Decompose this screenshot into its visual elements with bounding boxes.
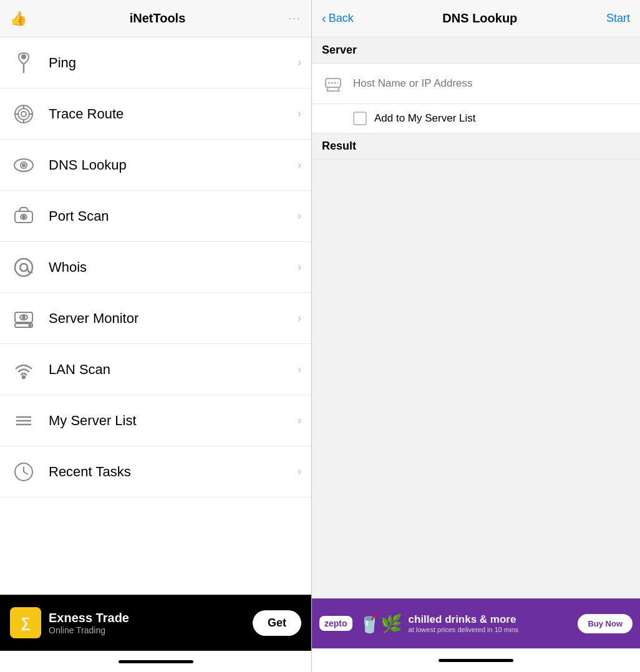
svg-point-16 [20,264,27,271]
add-server-checkbox[interactable] [353,112,367,125]
chevron-icon-server: › [298,312,301,325]
right-header: ‹ Back DNS Lookup Start [312,0,640,37]
menu-label-trace-route: Trace Route [49,106,298,122]
menu-label-ping: Ping [49,55,298,71]
host-name-input[interactable] [353,77,630,90]
left-header: 👍 iNetTools ··· [0,0,311,37]
server-label: Server [322,44,357,56]
eye-icon [10,151,37,179]
right-home-indicator [312,648,640,672]
ad-get-button[interactable]: Get [253,610,301,636]
svg-point-11 [22,164,25,166]
back-label: Back [329,12,354,25]
back-chevron-icon: ‹ [322,11,326,26]
menu-item-whois[interactable]: Whois › [0,242,311,293]
right-panel: ‹ Back DNS Lookup Start Server Add to My… [312,0,640,672]
thumb-icon: 👍 [10,11,27,27]
at-icon [10,254,37,281]
buy-now-button[interactable]: Buy Now [578,614,633,633]
target-icon [10,100,37,128]
chevron-icon-trace: › [298,107,301,120]
menu-item-lan-scan[interactable]: LAN Scan › [0,344,311,395]
menu-label-recent-tasks: Recent Tasks [49,464,298,480]
ad-logo: ∑ [10,607,41,638]
chevron-icon-whois: › [298,261,301,274]
svg-point-20 [22,316,25,319]
menu-label-whois: Whois [49,259,298,276]
clock-icon [10,458,37,486]
chevron-icon-dns: › [298,158,301,171]
menu-item-my-server-list[interactable]: My Server List › [0,395,311,446]
server-section-header: Server [312,37,640,64]
menu-item-server-monitor[interactable]: Server Monitor › [0,293,311,344]
result-content [312,160,640,598]
chevron-icon-ping: › [298,56,301,69]
svg-point-21 [29,324,31,326]
lines-icon [10,407,37,434]
ad-subtitle: Online Trading [49,625,245,635]
left-panel: 👍 iNetTools ··· Ping › [0,0,312,672]
chevron-icon-port: › [298,209,301,223]
chevron-icon-server-list: › [298,414,301,427]
result-section: Result [312,133,640,598]
drink-emoji-icon: 🥤🌿 [359,613,402,634]
add-to-server-list-row[interactable]: Add to My Server List [312,104,640,133]
svg-point-22 [22,376,25,378]
more-icon[interactable]: ··· [288,12,301,25]
menu-item-dns-lookup[interactable]: DNS Lookup › [0,140,311,191]
server-monitor-icon [10,305,37,332]
svg-point-4 [21,112,26,117]
menu-label-lan-scan: LAN Scan [49,362,298,378]
svg-point-1 [22,55,26,59]
wifi-icon [10,356,37,383]
menu-item-port-scan[interactable]: Port Scan › [0,191,311,242]
menu-label-port-scan: Port Scan [49,208,298,224]
left-ad-banner: ∑ Exness Trade Online Trading Get [0,595,311,651]
result-label: Result [322,140,356,152]
ad-title: Exness Trade [49,611,245,625]
svg-line-28 [24,472,28,474]
chevron-icon-recent: › [298,465,301,478]
svg-point-14 [22,216,25,218]
chevron-icon-lan: › [298,363,301,376]
result-section-header: Result [312,133,640,160]
menu-label-my-server-list: My Server List [49,413,298,429]
add-server-label: Add to My Server List [374,112,476,125]
host-input-row [312,64,640,104]
right-ad-subtitle: at lowest prices delivered in 10 mins [409,626,572,633]
start-button[interactable]: Start [606,12,630,25]
right-ad-text: chilled drinks & more at lowest prices d… [409,613,572,633]
right-ad-title: chilled drinks & more [409,613,572,626]
app-title: iNetTools [130,11,186,26]
zepto-logo: zepto [319,616,352,631]
menu-item-ping[interactable]: Ping › [0,37,311,89]
left-home-indicator [0,651,311,672]
ad-text-block: Exness Trade Online Trading [49,611,245,635]
svg-point-15 [15,259,32,276]
home-bar-right [439,659,513,662]
menu-item-trace-route[interactable]: Trace Route › [0,89,311,140]
home-bar-left [119,660,193,663]
menu-label-server-monitor: Server Monitor [49,310,298,327]
scanner-icon [10,203,37,230]
server-device-icon [322,72,344,95]
right-ad-banner: zepto 🥤🌿 chilled drinks & more at lowest… [312,598,640,648]
menu-label-dns-lookup: DNS Lookup [49,157,298,173]
pin-icon [10,49,37,77]
menu-list: Ping › Trace Route › [0,37,311,595]
menu-item-recent-tasks[interactable]: Recent Tasks › [0,446,311,497]
dns-lookup-title: DNS Lookup [442,11,517,26]
back-button[interactable]: ‹ Back [322,11,354,26]
svg-point-3 [18,108,29,120]
